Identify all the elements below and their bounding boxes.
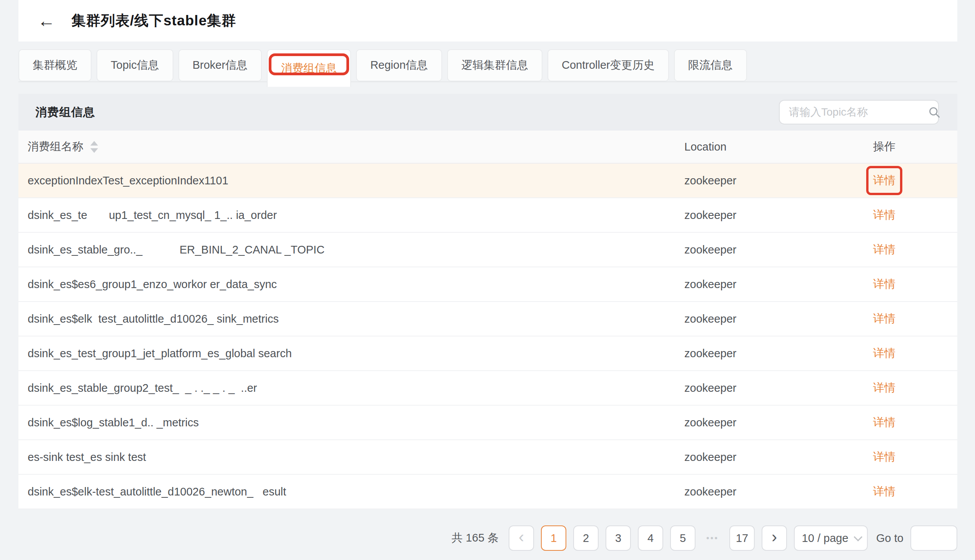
tab-label: 集群概览 [33,58,77,73]
page-title: 集群列表/线下stable集群 [72,11,236,30]
action-cell: 详情 [850,308,919,330]
tab-label: Topic信息 [111,58,159,73]
chevron-down-icon [853,533,862,542]
tab[interactable]: Topic信息 [97,49,173,82]
tab-label: 逻辑集群信息 [462,58,528,73]
table-row[interactable]: es-sink test_es sink test zookeeper 详情 [18,440,957,475]
tab[interactable]: Broker信息 [178,49,262,82]
next-page-button[interactable]: › [762,525,787,551]
table-header: 消费组名称 Location 操作 [18,131,957,163]
sort-icon[interactable] [90,141,98,153]
consumer-group-name-cell: dsink_es$log_stable1_d.. _metrics [28,417,661,429]
pagination: 共 165 条 ‹ 12345•••17 › 10 / page Go to [452,525,957,551]
detail-link[interactable]: 详情 [871,446,898,468]
tab-label: 消费组信息 [281,61,337,76]
action-cell: 详情 [850,170,919,191]
table-row[interactable]: dsink_es$es6_group1_enzo_workor er_data_… [18,267,957,302]
action-cell: 详情 [850,412,919,433]
tab-label: Controller变更历史 [562,58,655,73]
consumer-group-name-cell: dsink_es_te up1_test_cn_mysql_ 1_.. ia_o… [28,209,661,222]
tab-label: Region信息 [370,58,428,73]
column-header-action: 操作 [850,139,919,154]
action-cell: 详情 [850,377,919,399]
location-cell: zookeeper [661,347,850,360]
action-cell: 详情 [850,239,919,260]
page-number-button[interactable]: 17 [729,525,755,551]
back-arrow-icon[interactable]: ← [38,12,55,30]
goto-label: Go to [876,532,903,545]
consumer-group-name-cell: dsink_es_stable_group2_test_ _ . ._ _ . … [28,382,661,395]
detail-link[interactable]: 详情 [871,204,898,226]
tab[interactable]: Region信息 [356,49,442,82]
tab[interactable]: 限流信息 [674,49,747,82]
page-number-button[interactable]: 5 [670,525,696,551]
consumer-group-name-cell: dsink_es_stable_gro.._ ER_BINL_2_CANAL _… [28,243,661,256]
location-cell: zookeeper [661,209,850,222]
chevron-right-icon: › [772,529,777,545]
location-cell: zookeeper [661,243,850,256]
caret-down-icon [90,148,98,153]
page-number-buttons: 12345•••17 [541,525,755,551]
location-cell: zookeeper [661,313,850,325]
column-header-location: Location [661,140,850,153]
page-number-button[interactable]: 2 [573,525,599,551]
page-size-select[interactable]: 10 / page [794,525,868,551]
tab-bar: 集群概览 Topic信息 Broker信息 消费组信息 Region信息 逻辑集… [18,49,957,82]
consumer-group-name-cell: es-sink test_es sink test [28,451,661,463]
page-header: ← 集群列表/线下stable集群 [18,0,957,42]
table-row[interactable]: dsink_es$elk-test_autolittle_d10026_newt… [18,475,957,509]
table-row[interactable]: dsink_es_te up1_test_cn_mysql_ 1_.. ia_o… [18,198,957,233]
table-row[interactable]: exceptionIndexTest_exceptionIndex1101 zo… [18,163,957,198]
tab[interactable]: Controller变更历史 [547,49,669,82]
consumer-group-panel: 消费组信息 消费组名称 Location 操作 exceptionInde [18,94,957,509]
jump-pages-ellipsis[interactable]: ••• [702,525,722,551]
consumer-group-name-cell: exceptionIndexTest_exceptionIndex1101 [28,174,661,187]
action-cell: 详情 [850,343,919,364]
search-icon[interactable] [928,106,941,119]
detail-link[interactable]: 详情 [871,481,898,502]
consumer-group-name-cell: dsink_es$es6_group1_enzo_workor er_data_… [28,278,661,291]
table-row[interactable]: dsink_es$elk test_autolittle_d10026_ sin… [18,302,957,337]
search-input[interactable] [789,106,928,118]
action-cell: 详情 [850,481,919,502]
location-cell: zookeeper [661,278,850,291]
location-cell: zookeeper [661,485,850,498]
pagination-total: 共 165 条 [452,530,499,546]
table-row[interactable]: dsink_es_test_group1_jet_platform_es_glo… [18,337,957,371]
table-row[interactable]: dsink_es_stable_gro.._ ER_BINL_2_CANAL _… [18,233,957,267]
detail-link[interactable]: 详情 [871,273,898,295]
panel-header: 消费组信息 [18,94,957,131]
tab[interactable]: 消费组信息 [267,49,351,87]
detail-link[interactable]: 详情 [871,170,898,191]
page-number-button[interactable]: 1 [541,525,566,551]
table-row[interactable]: dsink_es_stable_group2_test_ _ . ._ _ . … [18,371,957,406]
table-row[interactable]: dsink_es$log_stable1_d.. _metrics zookee… [18,406,957,440]
detail-link[interactable]: 详情 [871,343,898,364]
action-cell: 详情 [850,204,919,226]
caret-up-icon [90,141,98,145]
chevron-left-icon: ‹ [518,529,524,545]
consumer-group-name-cell: dsink_es_test_group1_jet_platform_es_glo… [28,347,661,360]
location-cell: zookeeper [661,451,850,463]
page-number-button[interactable]: 3 [605,525,631,551]
tab[interactable]: 集群概览 [18,49,92,82]
detail-link[interactable]: 详情 [871,377,898,399]
detail-link[interactable]: 详情 [871,239,898,260]
goto-page-input[interactable] [910,525,957,551]
tab-label: Broker信息 [192,58,248,73]
action-cell: 详情 [850,273,919,295]
topic-search-box[interactable] [779,100,939,125]
action-cell: 详情 [850,446,919,468]
tab[interactable]: 逻辑集群信息 [447,49,542,82]
location-cell: zookeeper [661,174,850,187]
consumer-group-name-cell: dsink_es$elk-test_autolittle_d10026_newt… [28,485,661,498]
page-size-value: 10 / page [802,532,848,545]
location-cell: zookeeper [661,417,850,429]
table-body: exceptionIndexTest_exceptionIndex1101 zo… [18,163,957,509]
detail-link[interactable]: 详情 [871,412,898,433]
prev-page-button[interactable]: ‹ [508,525,534,551]
page-number-button[interactable]: 4 [638,525,663,551]
location-cell: zookeeper [661,382,850,395]
panel-title: 消费组信息 [35,105,95,120]
detail-link[interactable]: 详情 [871,308,898,330]
